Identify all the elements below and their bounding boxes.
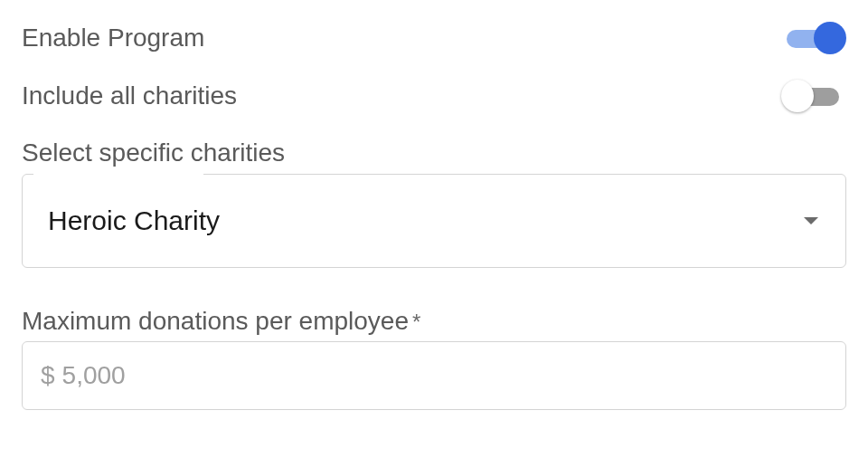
- chevron-down-icon: [804, 217, 818, 224]
- max-donation-input-wrapper[interactable]: $: [22, 341, 846, 410]
- select-notch: [33, 174, 203, 175]
- program-settings-form: Enable Program Include all charities Sel…: [22, 22, 846, 410]
- include-all-charities-label: Include all charities: [22, 81, 237, 111]
- include-all-charities-row: Include all charities: [22, 80, 846, 112]
- charity-select-value: Heroic Charity: [48, 205, 220, 236]
- enable-program-label: Enable Program: [22, 23, 204, 53]
- currency-prefix: $: [41, 361, 55, 390]
- max-donation-label: Maximum donations per employee: [22, 306, 409, 337]
- charity-select[interactable]: Heroic Charity: [22, 174, 846, 268]
- include-all-charities-toggle[interactable]: [781, 80, 846, 112]
- max-donation-input[interactable]: [62, 361, 827, 390]
- required-asterisk: *: [412, 310, 420, 336]
- max-donation-label-row: Maximum donations per employee *: [22, 306, 846, 337]
- toggle-thumb: [781, 80, 814, 112]
- enable-program-toggle[interactable]: [781, 22, 846, 54]
- select-charities-label: Select specific charities: [22, 138, 846, 168]
- enable-program-row: Enable Program: [22, 22, 846, 54]
- toggle-thumb: [814, 22, 846, 54]
